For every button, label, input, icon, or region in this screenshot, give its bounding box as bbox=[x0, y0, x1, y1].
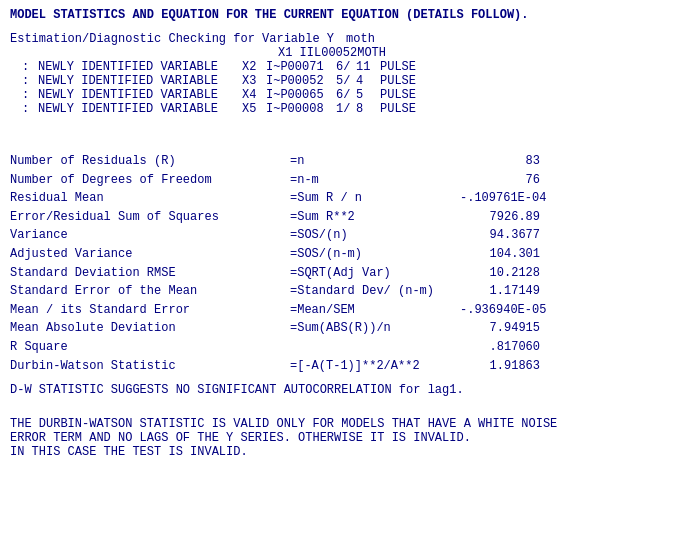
var-num1-2: 6/ bbox=[332, 88, 356, 102]
var-val-1: I~P00052 bbox=[262, 74, 332, 88]
stat-label-2: Residual Mean bbox=[10, 189, 290, 208]
var-num1-3: 1/ bbox=[332, 102, 356, 116]
stat-formula-3: =Sum R**2 bbox=[290, 208, 460, 227]
stat-value-11: 1.91863 bbox=[460, 357, 540, 376]
var-xn-0: X2 bbox=[238, 60, 262, 74]
var-indent-2 bbox=[10, 88, 22, 102]
var-val-2: I~P00065 bbox=[262, 88, 332, 102]
stat-formula-10 bbox=[290, 338, 460, 357]
var-row-3: : NEWLY IDENTIFIED VARIABLE X5 I~P00008 … bbox=[10, 102, 669, 116]
footer-line-1: THE DURBIN-WATSON STATISTIC IS VALID ONL… bbox=[10, 417, 669, 431]
stat-label-8: Mean / its Standard Error bbox=[10, 301, 290, 320]
stat-value-1: 76 bbox=[460, 171, 540, 190]
stat-formula-0: =n bbox=[290, 152, 460, 171]
stat-value-0: 83 bbox=[460, 152, 540, 171]
stat-formula-9: =Sum(ABS(R))/n bbox=[290, 319, 460, 338]
var-num1-0: 6/ bbox=[332, 60, 356, 74]
footer-section: THE DURBIN-WATSON STATISTIC IS VALID ONL… bbox=[10, 417, 669, 459]
stat-value-7: 1.17149 bbox=[460, 282, 540, 301]
stat-label-4: Variance bbox=[10, 226, 290, 245]
stat-value-3: 7926.89 bbox=[460, 208, 540, 227]
var-num1-1: 5/ bbox=[332, 74, 356, 88]
stat-row-0: Number of Residuals (R) =n 83 bbox=[10, 152, 669, 171]
var-num2-3: 8 bbox=[356, 102, 376, 116]
var-colon-2: : bbox=[22, 88, 38, 102]
stat-formula-2: =Sum R / n bbox=[290, 189, 460, 208]
stat-formula-8: =Mean/SEM bbox=[290, 301, 460, 320]
statistics-table: Number of Residuals (R) =n 83 Number of … bbox=[10, 152, 669, 375]
var-colon-3: : bbox=[22, 102, 38, 116]
stat-label-9: Mean Absolute Deviation bbox=[10, 319, 290, 338]
stat-formula-6: =SQRT(Adj Var) bbox=[290, 264, 460, 283]
var-indent bbox=[10, 60, 22, 74]
var-val-0: I~P00071 bbox=[262, 60, 332, 74]
var-indent-3 bbox=[10, 102, 22, 116]
stat-value-6: 10.2128 bbox=[460, 264, 540, 283]
stat-label-0: Number of Residuals (R) bbox=[10, 152, 290, 171]
stat-row-5: Adjusted Variance =SOS/(n-m) 104.301 bbox=[10, 245, 669, 264]
stat-value-8: -.936940E-05 bbox=[460, 301, 546, 320]
var-colon: : bbox=[22, 60, 38, 74]
stat-label-3: Error/Residual Sum of Squares bbox=[10, 208, 290, 227]
var-type-2: PULSE bbox=[376, 88, 416, 102]
var-num2-1: 4 bbox=[356, 74, 376, 88]
var-label-3: NEWLY IDENTIFIED VARIABLE bbox=[38, 102, 238, 116]
stat-row-1: Number of Degrees of Freedom =n-m 76 bbox=[10, 171, 669, 190]
var-type-0: PULSE bbox=[376, 60, 416, 74]
estimation-section: Estimation/Diagnostic Checking for Varia… bbox=[10, 32, 669, 116]
var-xn-3: X5 bbox=[238, 102, 262, 116]
stat-value-5: 104.301 bbox=[460, 245, 540, 264]
x1-label: X1 bbox=[278, 46, 292, 60]
var-indent-1 bbox=[10, 74, 22, 88]
x1-row: X1 IIL00052MOTH bbox=[10, 46, 669, 60]
stat-row-4: Variance =SOS/(n) 94.3677 bbox=[10, 226, 669, 245]
variable-y-value: moth bbox=[346, 32, 375, 46]
stat-value-4: 94.3677 bbox=[460, 226, 540, 245]
footer-line-2: ERROR TERM AND NO LAGS OF THE Y SERIES. … bbox=[10, 431, 669, 445]
stat-value-10: .817060 bbox=[460, 338, 540, 357]
stat-row-10: R Square .817060 bbox=[10, 338, 669, 357]
stat-formula-7: =Standard Dev/ (n-m) bbox=[290, 282, 460, 301]
stat-row-9: Mean Absolute Deviation =Sum(ABS(R))/n 7… bbox=[10, 319, 669, 338]
stat-label-5: Adjusted Variance bbox=[10, 245, 290, 264]
var-num2-0: 11 bbox=[356, 60, 376, 74]
var-num2-2: 5 bbox=[356, 88, 376, 102]
var-xn-1: X3 bbox=[238, 74, 262, 88]
stat-formula-11: =[-A(T-1)]**2/A**2 bbox=[290, 357, 460, 376]
stat-row-6: Standard Deviation RMSE =SQRT(Adj Var) 1… bbox=[10, 264, 669, 283]
stat-label-6: Standard Deviation RMSE bbox=[10, 264, 290, 283]
var-xn-2: X4 bbox=[238, 88, 262, 102]
x1-value: IIL00052MOTH bbox=[300, 46, 386, 60]
footer-line-3: IN THIS CASE THE TEST IS INVALID. bbox=[10, 445, 669, 459]
stat-row-3: Error/Residual Sum of Squares =Sum R**2 … bbox=[10, 208, 669, 227]
var-row-0: : NEWLY IDENTIFIED VARIABLE X2 I~P00071 … bbox=[10, 60, 669, 74]
stat-row-7: Standard Error of the Mean =Standard Dev… bbox=[10, 282, 669, 301]
stat-label-11: Durbin-Watson Statistic bbox=[10, 357, 290, 376]
identified-variables: : NEWLY IDENTIFIED VARIABLE X2 I~P00071 … bbox=[10, 60, 669, 116]
estimation-header-row: Estimation/Diagnostic Checking for Varia… bbox=[10, 32, 669, 46]
var-row-1: : NEWLY IDENTIFIED VARIABLE X3 I~P00052 … bbox=[10, 74, 669, 88]
var-label-1: NEWLY IDENTIFIED VARIABLE bbox=[38, 74, 238, 88]
stat-label-1: Number of Degrees of Freedom bbox=[10, 171, 290, 190]
estimation-label: Estimation/Diagnostic Checking for Varia… bbox=[10, 32, 334, 46]
stat-value-9: 7.94915 bbox=[460, 319, 540, 338]
dw-note: D-W STATISTIC SUGGESTS NO SIGNIFICANT AU… bbox=[10, 383, 669, 397]
var-row-2: : NEWLY IDENTIFIED VARIABLE X4 I~P00065 … bbox=[10, 88, 669, 102]
blank-spacer bbox=[10, 128, 669, 152]
var-label-2: NEWLY IDENTIFIED VARIABLE bbox=[38, 88, 238, 102]
stat-row-11: Durbin-Watson Statistic =[-A(T-1)]**2/A*… bbox=[10, 357, 669, 376]
stat-row-8: Mean / its Standard Error =Mean/SEM -.93… bbox=[10, 301, 669, 320]
stat-formula-4: =SOS/(n) bbox=[290, 226, 460, 245]
var-label-0: NEWLY IDENTIFIED VARIABLE bbox=[38, 60, 238, 74]
var-val-3: I~P00008 bbox=[262, 102, 332, 116]
stat-formula-5: =SOS/(n-m) bbox=[290, 245, 460, 264]
stat-row-2: Residual Mean =Sum R / n -.109761E-04 bbox=[10, 189, 669, 208]
var-colon-1: : bbox=[22, 74, 38, 88]
stat-label-7: Standard Error of the Mean bbox=[10, 282, 290, 301]
var-type-1: PULSE bbox=[376, 74, 416, 88]
main-content: MODEL STATISTICS AND EQUATION FOR THE CU… bbox=[10, 8, 669, 459]
model-title: MODEL STATISTICS AND EQUATION FOR THE CU… bbox=[10, 8, 669, 22]
var-type-3: PULSE bbox=[376, 102, 416, 116]
stat-label-10: R Square bbox=[10, 338, 290, 357]
stat-value-2: -.109761E-04 bbox=[460, 189, 546, 208]
